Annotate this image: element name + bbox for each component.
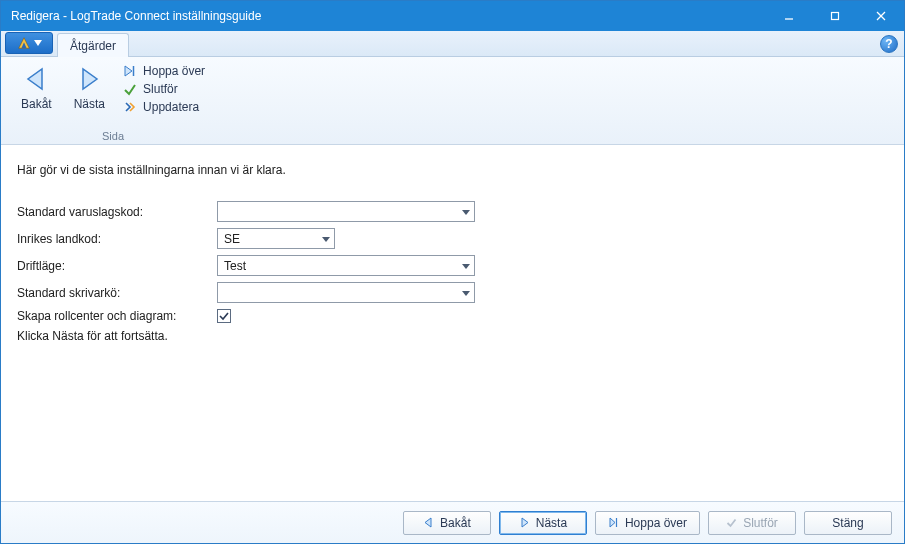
footer-close-label: Stäng [832, 516, 863, 530]
field-domestic-country: Inrikes landkod: SE [17, 228, 888, 249]
domestic-country-label: Inrikes landkod: [17, 232, 217, 246]
tab-actions[interactable]: Åtgärder [57, 33, 129, 57]
app-logo-icon [17, 36, 31, 50]
field-mode: Driftläge: Test [17, 255, 888, 276]
intro-text: Här gör vi de sista inställningarna inna… [17, 163, 888, 177]
chevron-down-icon [461, 207, 471, 217]
svg-marker-6 [34, 40, 42, 46]
mode-label: Driftläge: [17, 259, 217, 273]
footer: Bakåt Nästa Hoppa över Slutför Stäng [1, 501, 904, 543]
svg-marker-13 [462, 264, 470, 269]
svg-marker-9 [125, 66, 132, 76]
ribbon-finish-button[interactable]: Slutför [117, 81, 211, 97]
arrow-right-icon [519, 517, 530, 528]
footer-close-button[interactable]: Stäng [804, 511, 892, 535]
warehouse-combo[interactable] [217, 201, 475, 222]
domestic-country-value: SE [224, 232, 240, 246]
arrow-left-icon [22, 65, 50, 93]
mode-value: Test [224, 259, 246, 273]
footer-back-button[interactable]: Bakåt [403, 511, 491, 535]
footer-finish-label: Slutför [743, 516, 778, 530]
help-button[interactable]: ? [880, 35, 898, 53]
chevron-down-icon [34, 40, 42, 46]
arrow-right-icon [75, 65, 103, 93]
field-printer-queue: Standard skrivarkö: [17, 282, 888, 303]
check-icon [726, 517, 737, 528]
domestic-country-combo[interactable]: SE [217, 228, 335, 249]
skip-icon [123, 64, 137, 78]
footer-finish-button[interactable]: Slutför [708, 511, 796, 535]
printer-queue-combo[interactable] [217, 282, 475, 303]
window-buttons [766, 1, 904, 31]
chevron-down-icon [321, 234, 331, 244]
maximize-button[interactable] [812, 1, 858, 31]
ribbon-group-label: Sida [15, 130, 211, 144]
svg-rect-1 [832, 13, 839, 20]
arrow-left-icon [423, 517, 434, 528]
svg-marker-7 [28, 69, 42, 89]
field-rolecenter: Skapa rollcenter och diagram: [17, 309, 888, 323]
ribbon-skip-button[interactable]: Hoppa över [117, 63, 211, 79]
ribbon-refresh-label: Uppdatera [143, 100, 199, 114]
svg-marker-16 [522, 518, 528, 527]
footer-next-button[interactable]: Nästa [499, 511, 587, 535]
svg-marker-12 [322, 237, 330, 242]
footer-skip-label: Hoppa över [625, 516, 687, 530]
app-menu-button[interactable] [5, 32, 53, 54]
ribbon-back-label: Bakåt [21, 97, 52, 111]
footer-back-label: Bakåt [440, 516, 471, 530]
check-icon [123, 82, 137, 96]
tabstrip: Åtgärder ? [1, 31, 904, 57]
svg-marker-15 [425, 518, 431, 527]
ribbon-group-page: Bakåt Nästa Hoppa över [9, 61, 217, 144]
ribbon-back-button[interactable]: Bakåt [15, 61, 58, 115]
footer-note: Klicka Nästa för att fortsätta. [17, 329, 888, 343]
check-icon [219, 311, 229, 321]
ribbon-refresh-button[interactable]: Uppdatera [117, 99, 211, 115]
minimize-button[interactable] [766, 1, 812, 31]
skip-icon [608, 517, 619, 528]
titlebar: Redigera - LogTrade Connect inställnings… [1, 1, 904, 31]
ribbon-skip-label: Hoppa över [143, 64, 205, 78]
ribbon-next-label: Nästa [74, 97, 105, 111]
ribbon-next-button[interactable]: Nästa [68, 61, 111, 115]
mode-combo[interactable]: Test [217, 255, 475, 276]
tab-label: Åtgärder [70, 39, 116, 53]
window-title: Redigera - LogTrade Connect inställnings… [11, 9, 766, 23]
help-icon: ? [885, 37, 892, 51]
warehouse-label: Standard varuslagskod: [17, 205, 217, 219]
rolecenter-label: Skapa rollcenter och diagram: [17, 309, 217, 323]
printer-queue-label: Standard skrivarkö: [17, 286, 217, 300]
field-warehouse: Standard varuslagskod: [17, 201, 888, 222]
svg-marker-17 [610, 518, 615, 527]
refresh-icon [123, 100, 137, 114]
footer-skip-button[interactable]: Hoppa över [595, 511, 700, 535]
chevron-down-icon [461, 261, 471, 271]
svg-marker-11 [462, 210, 470, 215]
content-area: Här gör vi de sista inställningarna inna… [1, 145, 904, 501]
rolecenter-checkbox[interactable] [217, 309, 231, 323]
chevron-down-icon [461, 288, 471, 298]
footer-next-label: Nästa [536, 516, 567, 530]
close-button[interactable] [858, 1, 904, 31]
ribbon-finish-label: Slutför [143, 82, 178, 96]
svg-marker-8 [83, 69, 97, 89]
svg-marker-14 [462, 291, 470, 296]
ribbon: Bakåt Nästa Hoppa över [1, 57, 904, 145]
